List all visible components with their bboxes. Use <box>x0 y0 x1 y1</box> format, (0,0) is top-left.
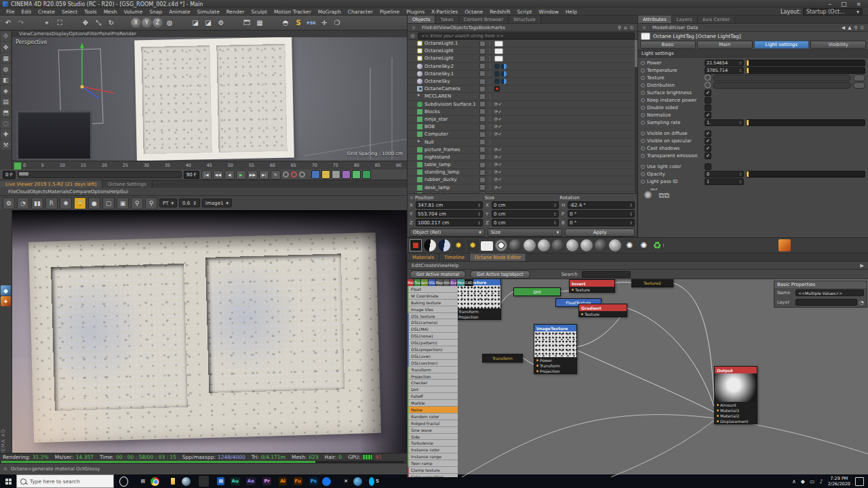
node-list-item[interactable]: Image tiles <box>408 306 458 313</box>
object-enable-checkbox[interactable] <box>479 108 486 115</box>
playback-button[interactable]: ◀◀ <box>213 170 223 180</box>
node-editor-menu-item[interactable]: Create <box>421 263 437 268</box>
keyframe-channel-button[interactable] <box>332 170 340 179</box>
tool-palette-icon[interactable]: ✚ <box>1 129 11 139</box>
node-list-item[interactable]: Noise <box>408 407 458 413</box>
taskbar-app-icon[interactable]: Fu <box>291 476 302 487</box>
viewport-menu-item[interactable]: ProRender <box>112 31 136 37</box>
object-enable-checkbox[interactable] <box>479 70 486 77</box>
material-thumbnail[interactable] <box>538 239 550 251</box>
texture-circle-button[interactable] <box>705 75 711 81</box>
object-tags[interactable]: ⟳✓ <box>494 117 502 122</box>
node-gradient[interactable]: Gradient Texture <box>578 304 627 317</box>
visibility-dots[interactable]: ⋮ <box>488 49 492 54</box>
live-viewer-menu-item[interactable]: Cloud <box>16 189 30 195</box>
animation-dot[interactable] <box>641 98 645 102</box>
menu-item[interactable]: Tools <box>81 9 100 15</box>
position-field[interactable]: 1000.217 cm↕ <box>416 219 483 226</box>
live-viewer-tab[interactable]: Live Viewer 2019 1.5-R2 (21 days left) <box>0 180 102 188</box>
tool-palette-icon[interactable]: ⟐ <box>1 31 11 41</box>
attribute-panel-tab[interactable]: Attributes <box>638 16 672 23</box>
node-list-item[interactable]: OSL(pattern) <box>408 340 458 346</box>
object-tags[interactable]: ⟳✓ <box>494 48 503 54</box>
layer-field[interactable] <box>795 299 857 306</box>
playback-button[interactable]: ↻ <box>271 170 281 180</box>
param-checkbox[interactable] <box>705 152 711 159</box>
object-enable-checkbox[interactable] <box>479 63 486 69</box>
playback-button[interactable]: ◀ <box>224 170 235 180</box>
live-viewer-menu-item[interactable]: Compare <box>69 189 91 195</box>
object-enable-checkbox[interactable] <box>479 177 486 183</box>
node-list-item[interactable]: Instance color <box>408 447 458 453</box>
viewport-menu-item[interactable]: Filter <box>87 31 99 37</box>
object-enable-checkbox[interactable] <box>479 116 486 122</box>
param-slider[interactable] <box>746 119 865 126</box>
object-enable-checkbox[interactable] <box>479 124 486 130</box>
object-tags[interactable]: ⟳✓ <box>494 64 507 69</box>
object-tags[interactable]: ⟳✓ <box>494 56 503 62</box>
live-viewer-tool-icon[interactable]: ⚙ <box>3 197 15 209</box>
taskbar-app-icon[interactable] <box>197 476 209 487</box>
visibility-dots[interactable]: ⋮ <box>488 102 492 106</box>
object-search-input[interactable]: << Enter your search string here >> <box>418 33 635 39</box>
close-button[interactable]: × <box>856 1 861 7</box>
node-list-item[interactable]: Color correction <box>408 474 458 477</box>
node-texture2[interactable]: Texture2 <box>631 279 673 287</box>
object-manager-menu-item[interactable]: View <box>439 25 450 30</box>
node-list-item[interactable]: OSL(uvw) <box>408 353 458 360</box>
menu-item[interactable]: Simulate <box>194 9 223 15</box>
size-field[interactable]: 0 cm↕ <box>492 201 559 209</box>
visibility-dots[interactable]: ⋮ <box>488 41 492 46</box>
object-row[interactable]: + OctaneSky.2 ⋮ ⟳✓ <box>408 63 637 70</box>
object-enable-checkbox[interactable] <box>479 56 486 62</box>
object-tags[interactable]: ⟳✓ <box>494 155 502 160</box>
toolbar-icon[interactable] <box>176 17 189 29</box>
viewport-menu-item[interactable]: Options <box>69 31 87 37</box>
notification-center-icon[interactable] <box>855 477 864 486</box>
object-tags[interactable]: ⟳✓ <box>494 86 500 92</box>
node-category-tab[interactable]: Gen <box>421 279 429 286</box>
param-value-field[interactable]: 0↕ <box>705 171 744 178</box>
animation-dot[interactable] <box>641 139 645 143</box>
visibility-dots[interactable]: ⋮ <box>488 94 492 99</box>
param-value-field[interactable]: 3785.714↕ <box>705 67 744 74</box>
animation-dot[interactable] <box>641 76 645 80</box>
toolbar-icon[interactable]: PSR <box>305 17 317 29</box>
toolbar-icon[interactable]: ▦ <box>254 17 266 29</box>
material-thumbnail[interactable] <box>495 239 507 251</box>
object-row[interactable]: + MCCLAREN ⋮ ⟳✓ <box>408 93 637 100</box>
visibility-dots[interactable]: ⋮ <box>488 64 492 68</box>
param-slider[interactable] <box>746 67 865 74</box>
record-button[interactable] <box>283 171 289 178</box>
attribute-section-tab[interactable]: Basic <box>640 41 696 49</box>
attribute-menu-item[interactable]: Edit <box>665 25 675 30</box>
object-tags[interactable]: ⟳✓ <box>494 169 502 175</box>
object-enable-checkbox[interactable] <box>479 139 486 145</box>
object-tags[interactable]: ⟳✓ <box>494 41 503 47</box>
param-slider[interactable] <box>746 171 865 178</box>
object-enable-checkbox[interactable] <box>479 41 486 47</box>
animation-dot[interactable] <box>641 113 645 117</box>
menu-item[interactable]: Redshift <box>486 9 513 15</box>
object-row[interactable]: + Subdivision Surface.1 ⋮ ⟳✓ <box>408 101 637 108</box>
toolbar-icon[interactable]: 🗔 <box>241 17 253 29</box>
toolbar-icon[interactable]: ✥ <box>79 17 92 29</box>
resolution-stepper[interactable]: 0.6↕ <box>179 199 200 207</box>
object-row[interactable]: + Null ⋮ ⟳✓ <box>408 138 637 146</box>
live-viewer-tab[interactable]: Octane Settings <box>102 180 152 188</box>
param-value-field[interactable]: 1↕ <box>705 178 744 185</box>
toolbar-icon[interactable]: ⚙ <box>215 17 227 29</box>
node-list-item[interactable]: Transform <box>408 367 458 373</box>
node-category-tab[interactable]: Env <box>450 279 457 286</box>
texture-circle-button[interactable] <box>705 82 711 88</box>
home-icon[interactable]: ⌂ <box>624 25 627 30</box>
tool-palette-icon[interactable]: ▤ <box>1 96 11 106</box>
size-field[interactable]: 0 cm↕ <box>492 210 559 218</box>
param-checkbox[interactable] <box>705 112 711 119</box>
object-tags[interactable]: ⟳✓ <box>494 177 502 182</box>
live-viewer-tool-icon[interactable]: ▮▮ <box>31 197 43 209</box>
animation-dot[interactable] <box>641 106 645 110</box>
object-enable-checkbox[interactable] <box>479 101 486 107</box>
menu-item[interactable]: Window <box>535 9 562 15</box>
object-enable-checkbox[interactable] <box>479 146 486 152</box>
